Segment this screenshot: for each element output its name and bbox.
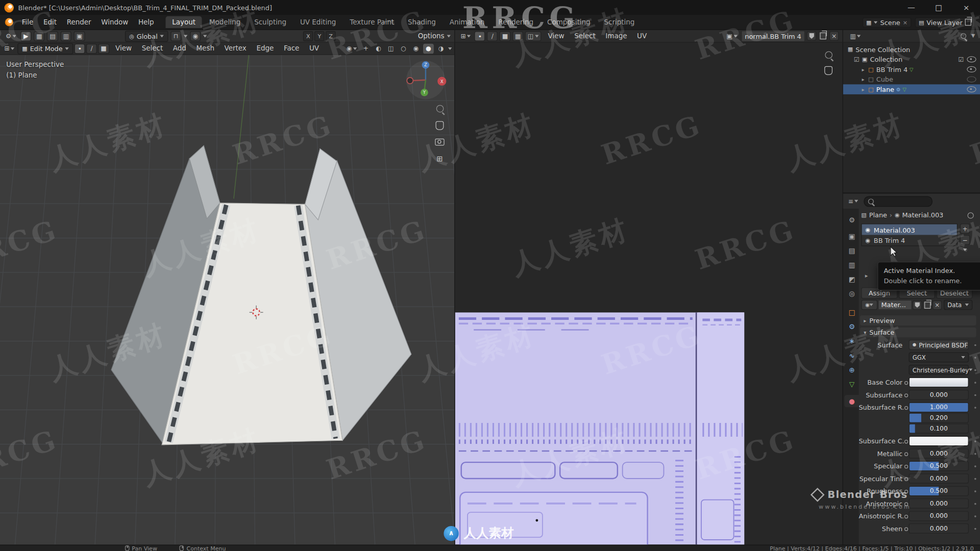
blender-menu-icon[interactable]: [5, 18, 13, 27]
hand-icon[interactable]: [824, 66, 832, 75]
hand-icon[interactable]: [435, 121, 444, 130]
viewport-3d[interactable]: User Perspective (1) Plane Z Y X ⊞: [0, 55, 454, 545]
viewport-menu-mesh[interactable]: Mesh: [191, 44, 219, 53]
keyframe-dot-icon[interactable]: [904, 453, 908, 456]
workspace-tab-sculpting[interactable]: Sculpting: [248, 16, 292, 28]
remove-slot-button[interactable]: −: [960, 235, 970, 245]
slot-specials-chevron-icon[interactable]: [963, 248, 967, 251]
keyframe-dot-icon[interactable]: [904, 490, 908, 493]
workspace-tab-shading[interactable]: Shading: [402, 16, 442, 28]
shading-options-chevron-icon[interactable]: [448, 47, 452, 49]
filter-funnel-icon[interactable]: ▼: [971, 33, 975, 39]
camera-view-icon[interactable]: [435, 139, 444, 145]
menu-edit[interactable]: Edit: [38, 18, 62, 27]
color-swatch[interactable]: [909, 436, 969, 446]
value-slider[interactable]: 0.000: [909, 390, 969, 400]
workspace-tab-modeling[interactable]: Modeling: [203, 16, 247, 28]
outliner-item-scene-collection[interactable]: ▦Scene Collection: [843, 44, 980, 55]
checkbox-icon[interactable]: ☑: [958, 56, 964, 63]
workspace-tab-uv-editing[interactable]: UV Editing: [294, 16, 342, 28]
dropdown-christensen-burley[interactable]: Christensen-Burley: [909, 365, 969, 375]
editor-type-button[interactable]: ⊞: [459, 31, 473, 41]
keyframe-dot-icon[interactable]: [904, 465, 908, 468]
editor-type-button[interactable]: ≡: [846, 196, 860, 206]
pin-icon[interactable]: [968, 212, 974, 218]
keyframe-dot-icon[interactable]: [904, 515, 908, 518]
unlink-image-button[interactable]: ×: [829, 31, 839, 40]
shading-material-button[interactable]: ●: [423, 43, 434, 54]
uv-menu-uv[interactable]: UV: [632, 32, 652, 40]
shading-solid-button[interactable]: ◉: [410, 43, 421, 54]
tool-toggle-d[interactable]: ▣: [74, 31, 85, 41]
breadcrumb-object[interactable]: Plane: [869, 211, 887, 219]
value-slider[interactable]: 0.200: [909, 413, 969, 423]
properties-tab-world[interactable]: ◎: [844, 287, 859, 299]
mirror-y-toggle[interactable]: Y: [314, 31, 325, 41]
proportional-editing-toggle[interactable]: ◉: [190, 31, 201, 41]
show-object-types-dropdown[interactable]: ◉: [345, 43, 359, 54]
edge-select-mode-button[interactable]: ∕: [86, 43, 97, 54]
copy-icon[interactable]: [965, 19, 971, 26]
maximize-button[interactable]: □: [925, 0, 952, 15]
outliner-item-bb-trim-4[interactable]: ▸□BB Trim 4▽: [843, 64, 980, 74]
snap-toggle[interactable]: ⊓: [170, 31, 181, 41]
eye-icon[interactable]: [967, 86, 976, 92]
dropdown-ggx[interactable]: GGX: [909, 353, 969, 363]
value-slider[interactable]: 0.500: [909, 486, 969, 496]
uv-menu-view[interactable]: View: [543, 32, 570, 40]
sticky-selection-dropdown[interactable]: ◫: [525, 31, 541, 41]
viewport-menu-uv[interactable]: UV: [304, 44, 324, 53]
properties-tab-object[interactable]: □: [844, 306, 859, 318]
fake-user-button[interactable]: [807, 31, 816, 40]
scene-selector[interactable]: ▦ Scene ×: [863, 17, 912, 28]
shading-rendered-button[interactable]: ◑: [435, 43, 446, 54]
viewport-menu-edge[interactable]: Edge: [252, 44, 279, 53]
eye-icon[interactable]: [967, 56, 976, 62]
keyframe-dot-icon[interactable]: [904, 502, 908, 506]
menu-file[interactable]: File: [17, 18, 38, 27]
viewport-menu-select[interactable]: Select: [137, 44, 168, 53]
transform-orientation-dropdown[interactable]: ◎ Global: [125, 30, 168, 41]
properties-tab-object-data[interactable]: ▽: [844, 378, 859, 390]
mirror-z-toggle[interactable]: Z: [326, 31, 336, 41]
keyframe-dot-icon[interactable]: [904, 393, 908, 397]
properties-tab-particles[interactable]: ∗: [844, 335, 859, 347]
snap-options-chevron-icon[interactable]: [184, 35, 187, 37]
search-icon[interactable]: [961, 33, 966, 39]
properties-tab-scene[interactable]: ◩: [844, 273, 859, 285]
keyframe-dot-icon[interactable]: [904, 440, 908, 443]
viewport-menu-face[interactable]: Face: [279, 44, 304, 53]
expander-icon[interactable]: ▸: [865, 272, 868, 279]
material-name-field[interactable]: Mater...: [878, 300, 912, 310]
viewport-menu-add[interactable]: Add: [168, 44, 191, 53]
uv-menu-select[interactable]: Select: [569, 32, 600, 40]
view-layer-selector[interactable]: ▤ View Layer: [915, 17, 975, 28]
properties-tab-view-layer[interactable]: ▥: [844, 259, 859, 271]
expander-icon[interactable]: ▸: [861, 87, 866, 92]
tool-toggle-b[interactable]: ▤: [47, 31, 58, 41]
keyframe-dot-icon[interactable]: [904, 381, 908, 385]
uv-menu-image[interactable]: Image: [600, 32, 632, 40]
eye-icon[interactable]: [967, 76, 976, 82]
keyframe-dot-icon[interactable]: [904, 406, 908, 410]
fake-user-button[interactable]: [913, 300, 922, 309]
options-dropdown[interactable]: Options: [418, 32, 451, 40]
uv-edge-select-button[interactable]: ∕: [487, 31, 498, 41]
new-image-button[interactable]: [818, 31, 827, 40]
editor-type-button[interactable]: ▥: [848, 31, 863, 41]
mode-dropdown[interactable]: ▦ Edit Mode: [18, 43, 74, 54]
value-slider[interactable]: 0.500: [909, 461, 969, 471]
active-tool-button[interactable]: ▶: [20, 31, 31, 41]
uv-editor[interactable]: [454, 42, 842, 544]
material-slot-material-003[interactable]: ◉Material.003: [862, 224, 957, 235]
shader-node-button[interactable]: ●Principled BSDF: [909, 340, 969, 350]
preview-panel-header[interactable]: ▸ Preview: [860, 315, 976, 325]
mirror-x-toggle[interactable]: X: [303, 31, 313, 41]
properties-tab-modifiers[interactable]: ⚙: [844, 320, 859, 333]
show-overlays-toggle[interactable]: ◐: [373, 43, 384, 54]
workspace-tab-rendering[interactable]: Rendering: [492, 16, 540, 28]
menu-help[interactable]: Help: [133, 18, 159, 27]
expander-icon[interactable]: ▸: [861, 66, 866, 72]
zoom-icon[interactable]: [436, 105, 444, 113]
menu-render[interactable]: Render: [62, 18, 96, 27]
